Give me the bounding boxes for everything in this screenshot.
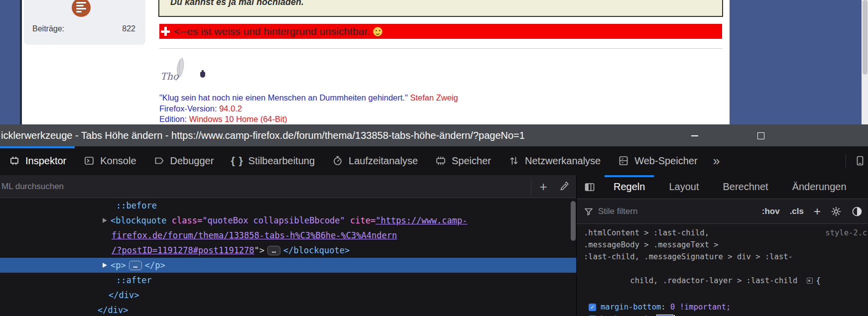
markup-div-close-outer[interactable]: </div> [0, 303, 576, 316]
tab-web-speicher[interactable]: Web-Speicher [609, 146, 706, 175]
forum-page: Beiträge: 822 Du kannst es ja mal hochla… [0, 0, 868, 124]
storage-icon [618, 155, 629, 167]
property-name[interactable]: margin-bottom [601, 301, 661, 313]
posts-count: 822 [122, 24, 135, 33]
memory-icon [435, 155, 447, 167]
search-placeholder: ML durchsuchen [1, 182, 64, 192]
more-tabs-button[interactable]: » [706, 146, 727, 175]
device-phone-icon [854, 155, 866, 167]
chevrons-icon: » [713, 154, 720, 168]
tab-label: Debugger [170, 155, 214, 167]
rules-sidebar: Regeln Layout Berechnet Änderungen Stile… [577, 175, 868, 316]
property-value[interactable]: 0 !important [670, 301, 726, 313]
markup-url-line3[interactable]: /?postID=1191278#post1191278"> … </block… [0, 243, 576, 258]
forum-content-border [20, 0, 22, 124]
style-filter-bar: Stile filtern :hov .cls + [577, 199, 868, 224]
eyedropper-button[interactable] [554, 175, 575, 198]
signature-divider [159, 48, 722, 49]
dark-mode-sim-icon[interactable] [852, 206, 863, 217]
tab-inspektor[interactable]: Inspektor [0, 146, 75, 175]
expand-children-badge[interactable]: … [129, 261, 142, 270]
markup-toolbar: ML durchsuchen + [0, 175, 576, 198]
tab-label: Web-Speicher [634, 155, 697, 167]
sidebar-tabbar: Regeln Layout Berechnet Änderungen [577, 175, 868, 199]
markup-div-close[interactable]: </div> [0, 288, 576, 303]
sidebar-toggle-button[interactable] [577, 175, 602, 199]
cite-url-link[interactable]: /?postID=1191278#post1191278 [112, 245, 254, 255]
cite-url-link[interactable]: "https://www.camp- [375, 215, 467, 225]
rules-content: .htmlContent > :last-child, style-2.css … [577, 224, 868, 316]
tab-label: Netzwerkanalyse [525, 155, 601, 167]
add-node-button[interactable]: + [533, 175, 554, 198]
tabbar-spacer [727, 146, 846, 175]
plus-icon: + [539, 179, 547, 195]
active-tab-indicator [605, 175, 654, 177]
markup-url-line2[interactable]: firefox.de/forum/thema/133858-tabs-h%C3%… [0, 228, 576, 243]
markup-scrollbar-thumb[interactable] [571, 201, 576, 241]
declaration-margin-bottom[interactable]: margin-bottom: 0 !important; [589, 301, 868, 313]
tab-speicher[interactable]: Speicher [426, 146, 499, 175]
edition-value: Windows 10 Home (64-Bit) [189, 114, 287, 123]
expand-arrow-icon[interactable] [103, 263, 107, 268]
stylesheet-link[interactable]: style-2.css [825, 227, 868, 239]
sidebar-tab-label: Regeln [614, 181, 645, 193]
property-name[interactable]: background [601, 313, 647, 316]
sidebar-tab-layout[interactable]: Layout [657, 175, 711, 199]
add-rule-button[interactable]: + [814, 205, 821, 218]
inspector-pane: ML durchsuchen + ::before <b [0, 175, 577, 316]
markup-view: ::before <blockquote class="quoteBox col… [0, 198, 576, 316]
hov-toggle[interactable]: :hov [762, 207, 780, 216]
devtools-titlebar[interactable]: icklerwerkzeuge - Tabs Höhe ändern - htt… [0, 124, 868, 146]
rule-selector[interactable]: .messageBody > .messageText > [584, 239, 868, 251]
tab-stilbearbeitung[interactable]: { } Stilbearbeitung [222, 146, 323, 175]
devtools-tabbar: Inspektor Konsole Debugger { } Stilbearb… [0, 146, 868, 175]
sidebar-tab-aenderungen[interactable]: Änderungen [780, 175, 859, 199]
funnel-filter-icon [584, 207, 594, 216]
posts-label: Beiträge: [32, 24, 64, 33]
markup-pseudo-before[interactable]: ::before [0, 198, 576, 213]
tab-label: Stilbearbeitung [248, 155, 315, 167]
tab-netzwerkanalyse[interactable]: Netzwerkanalyse [499, 146, 609, 175]
signature-quote-author: Stefan Zweig [410, 93, 458, 102]
responsive-design-mode-button[interactable] [846, 146, 868, 175]
declaration-background[interactable]: background: red [589, 313, 868, 316]
active-tab-indicator [0, 146, 75, 148]
highlight-matches-icon[interactable] [807, 278, 813, 284]
maximize-button[interactable] [745, 124, 775, 146]
browser-scrollbar[interactable] [862, 0, 868, 124]
declaration-checkbox[interactable] [589, 304, 596, 311]
inkpot-icon [200, 72, 205, 78]
light-mode-sim-icon[interactable] [831, 206, 842, 217]
debugger-icon [153, 155, 165, 167]
sidebar-tab-label: Layout [669, 181, 699, 193]
minimize-button[interactable] [680, 124, 710, 146]
signature-quote: "Klug sein hat noch nie einen Menschen a… [159, 93, 408, 102]
scrollbar-thumb[interactable] [863, 0, 868, 75]
rule-selector[interactable]: .htmlContent > :last-child, [584, 227, 709, 239]
cls-toggle[interactable]: .cls [790, 207, 804, 216]
eyedropper-icon [558, 181, 570, 193]
devtools-main: ML durchsuchen + ::before <b [0, 175, 868, 316]
tab-laufzeitanalyse[interactable]: Laufzeitanalyse [323, 146, 426, 175]
sidebar-tab-regeln[interactable]: Regeln [602, 175, 657, 199]
tab-debugger[interactable]: Debugger [145, 146, 223, 175]
expand-arrow-icon[interactable] [103, 218, 107, 223]
devtools-window: icklerwerkzeuge - Tabs Höhe ändern - htt… [0, 124, 868, 316]
markup-p-row-selected[interactable]: <p> … </p> [0, 258, 576, 273]
tab-konsole[interactable]: Konsole [75, 146, 144, 175]
cite-url-link[interactable]: firefox.de/forum/thema/133858-tabs-h%C3%… [112, 230, 397, 240]
sidebar-tab-label: Änderungen [792, 181, 847, 193]
plus-expand-icon[interactable] [161, 27, 170, 36]
expand-children-badge[interactable]: … [267, 246, 280, 255]
smiley-emoji-icon [373, 27, 382, 36]
firefox-version-value: 94.0.2 [219, 104, 242, 113]
sidebar-tab-berechnet[interactable]: Berechnet [711, 175, 780, 199]
markup-pseudo-after[interactable]: ::after [0, 273, 576, 288]
html-search-input[interactable]: ML durchsuchen [1, 175, 64, 198]
signature-text: "Klug sein hat noch nie einen Menschen a… [159, 93, 458, 124]
rule-selector-last[interactable]: child, .redactor-layer > :last-child { [584, 263, 868, 299]
rule-selector[interactable]: :last-child, .messageSignature > div > :… [584, 251, 868, 263]
markup-blockquote-row[interactable]: <blockquote class="quoteBox collapsibleB… [0, 213, 576, 228]
style-filter-input[interactable]: Stile filtern [598, 207, 637, 216]
value-edit-input[interactable]: red [656, 315, 673, 316]
